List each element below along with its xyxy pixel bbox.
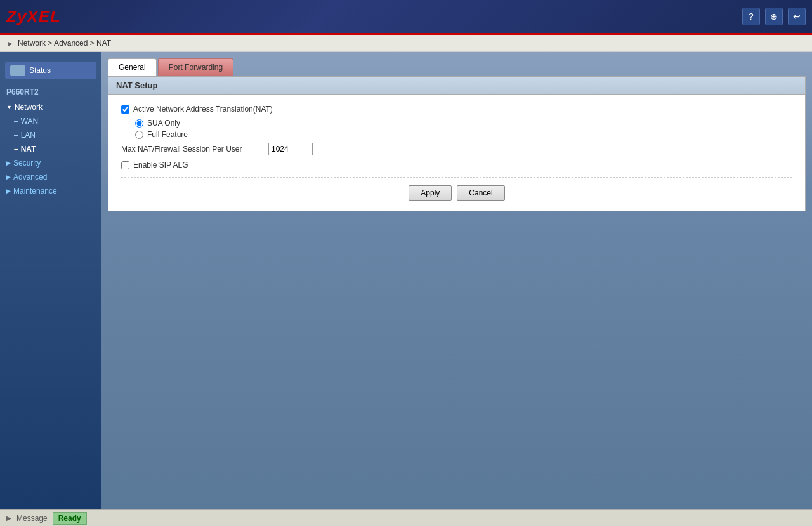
sidebar-item-network[interactable]: ▼ Network	[0, 100, 102, 114]
sip-alg-row: Enable SIP ALG	[121, 161, 792, 169]
sidebar-maintenance-label: Maintenance	[13, 187, 57, 195]
network-expand-icon: ▼	[6, 104, 12, 110]
refresh-icon[interactable]: ⊕	[765, 8, 783, 25]
section-title: NAT Setup	[116, 81, 157, 90]
sidebar-section-network: ▼ Network – WAN – LAN – NAT	[0, 100, 102, 156]
sidebar: Status P660RT2 ▼ Network – WAN – LAN – N…	[0, 52, 102, 509]
sua-only-radio[interactable]	[135, 119, 143, 128]
tab-general-label: General	[119, 63, 146, 72]
logo-red: Zy	[6, 7, 27, 26]
radio-group: SUA Only Full Feature	[135, 119, 792, 139]
sidebar-nat-label: NAT	[21, 145, 36, 154]
active-nat-row: Active Network Address Translation(NAT)	[121, 105, 792, 114]
max-session-label: Max NAT/Firewall Session Per User	[121, 145, 261, 154]
button-row: Apply Cancel	[121, 185, 792, 201]
sidebar-network-label: Network	[15, 103, 43, 112]
sidebar-item-advanced[interactable]: ▶ Advanced	[0, 170, 102, 184]
statusbar-arrow: ▶	[6, 515, 11, 522]
device-label: P660RT2	[0, 82, 102, 98]
maintenance-expand-icon: ▶	[6, 188, 11, 194]
sip-alg-label[interactable]: Enable SIP ALG	[133, 161, 188, 169]
tab-port-forwarding-label: Port Forwarding	[169, 63, 223, 72]
form-divider	[121, 177, 792, 178]
max-session-field: Max NAT/Firewall Session Per User	[121, 143, 792, 155]
status-label: Status	[29, 66, 51, 75]
full-feature-radio[interactable]	[135, 131, 143, 139]
form-body: Active Network Address Translation(NAT) …	[108, 95, 805, 211]
status-icon	[10, 65, 25, 76]
section-header: NAT Setup	[108, 77, 805, 95]
wan-dash: –	[14, 117, 18, 126]
logo-white: XEL	[27, 7, 61, 26]
header-icons: ? ⊕ ↩	[742, 8, 806, 25]
logo: ZyXEL	[6, 7, 61, 27]
breadcrumb-text: Network > Advanced > NAT	[18, 39, 111, 48]
statusbar: ▶ Message Ready	[0, 509, 812, 526]
breadcrumb: Network > Advanced > NAT	[0, 35, 812, 52]
sip-alg-checkbox[interactable]	[121, 161, 129, 169]
security-expand-icon: ▶	[6, 160, 11, 166]
message-label: Message	[16, 514, 48, 523]
sidebar-item-wan[interactable]: – WAN	[0, 114, 102, 128]
sidebar-security-label: Security	[13, 159, 41, 168]
full-feature-label[interactable]: Full Feature	[147, 130, 188, 139]
apply-button[interactable]: Apply	[409, 185, 452, 201]
sidebar-item-nat[interactable]: – NAT	[0, 142, 102, 156]
sidebar-item-security[interactable]: ▶ Security	[0, 156, 102, 170]
tab-general[interactable]: General	[108, 58, 157, 76]
sua-only-row: SUA Only	[135, 119, 792, 128]
sidebar-advanced-label: Advanced	[13, 173, 47, 181]
form-panel: NAT Setup Active Network Address Transla…	[108, 76, 806, 211]
sidebar-lan-label: LAN	[21, 131, 36, 140]
logout-icon[interactable]: ↩	[788, 8, 806, 25]
sua-only-label[interactable]: SUA Only	[147, 119, 180, 128]
active-nat-label[interactable]: Active Network Address Translation(NAT)	[133, 105, 273, 114]
max-session-input[interactable]	[268, 143, 313, 155]
lan-dash: –	[14, 131, 18, 140]
content-area: General Port Forwarding NAT Setup Active…	[102, 52, 812, 509]
status-value: Ready	[53, 512, 87, 525]
help-icon[interactable]: ?	[742, 8, 760, 25]
advanced-expand-icon: ▶	[6, 174, 11, 180]
main-layout: Status P660RT2 ▼ Network – WAN – LAN – N…	[0, 52, 812, 509]
sidebar-wan-label: WAN	[21, 117, 39, 126]
nat-dash: –	[14, 145, 18, 154]
cancel-button[interactable]: Cancel	[457, 185, 504, 201]
status-button[interactable]: Status	[5, 62, 96, 79]
sidebar-item-lan[interactable]: – LAN	[0, 128, 102, 142]
active-nat-checkbox[interactable]	[121, 105, 129, 114]
full-feature-row: Full Feature	[135, 130, 792, 139]
sidebar-item-maintenance[interactable]: ▶ Maintenance	[0, 184, 102, 198]
tab-port-forwarding[interactable]: Port Forwarding	[158, 58, 233, 76]
tab-bar: General Port Forwarding	[108, 58, 806, 76]
header: ZyXEL ? ⊕ ↩	[0, 0, 812, 35]
